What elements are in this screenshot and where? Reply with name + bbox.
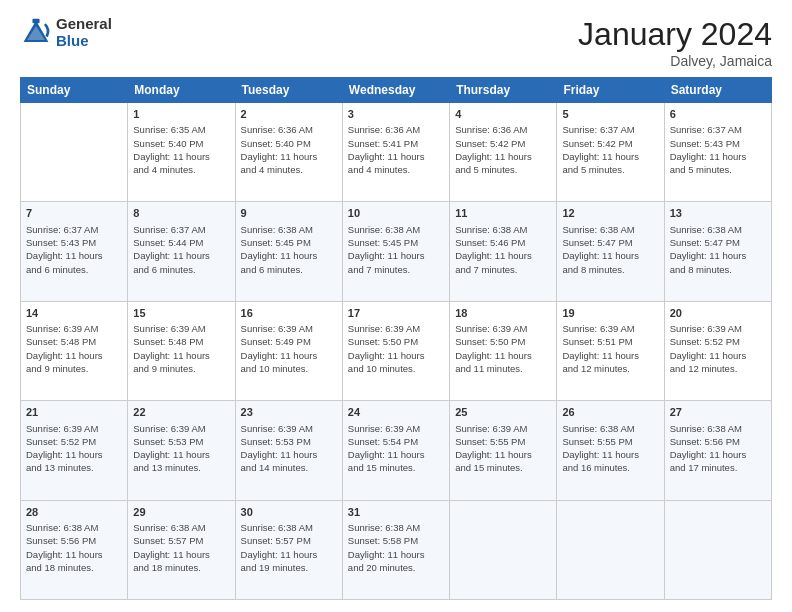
day-info-line: and 18 minutes. [133, 561, 229, 574]
day-info-line: Daylight: 11 hours [26, 249, 122, 262]
day-info-line: Sunset: 5:52 PM [26, 435, 122, 448]
day-info-line: Sunrise: 6:35 AM [133, 123, 229, 136]
day-info-line: Sunset: 5:49 PM [241, 335, 337, 348]
day-info-line: and 6 minutes. [26, 263, 122, 276]
day-info-line: Daylight: 11 hours [562, 249, 658, 262]
day-info-line: Sunrise: 6:39 AM [241, 422, 337, 435]
calendar-table: SundayMondayTuesdayWednesdayThursdayFrid… [20, 77, 772, 600]
day-info-line: Sunrise: 6:39 AM [26, 322, 122, 335]
day-info-line: Sunrise: 6:38 AM [241, 521, 337, 534]
day-info-line: Sunset: 5:43 PM [670, 137, 766, 150]
day-info-line: Sunrise: 6:38 AM [562, 223, 658, 236]
day-info-line: Sunrise: 6:39 AM [241, 322, 337, 335]
day-info-line: and 17 minutes. [670, 461, 766, 474]
calendar-week-row: 1Sunrise: 6:35 AMSunset: 5:40 PMDaylight… [21, 103, 772, 202]
day-info-line: Daylight: 11 hours [348, 448, 444, 461]
day-number: 25 [455, 405, 551, 420]
calendar-cell: 30Sunrise: 6:38 AMSunset: 5:57 PMDayligh… [235, 500, 342, 599]
day-info-line: Sunset: 5:55 PM [455, 435, 551, 448]
day-info-line: and 5 minutes. [455, 163, 551, 176]
day-info-line: Sunset: 5:54 PM [348, 435, 444, 448]
calendar-cell: 29Sunrise: 6:38 AMSunset: 5:57 PMDayligh… [128, 500, 235, 599]
calendar-cell: 13Sunrise: 6:38 AMSunset: 5:47 PMDayligh… [664, 202, 771, 301]
day-info-line: and 7 minutes. [455, 263, 551, 276]
day-info-line: and 10 minutes. [348, 362, 444, 375]
day-info-line: Sunrise: 6:38 AM [26, 521, 122, 534]
day-number: 2 [241, 107, 337, 122]
day-info-line: Sunrise: 6:38 AM [670, 422, 766, 435]
day-info-line: and 15 minutes. [348, 461, 444, 474]
weekday-sunday: Sunday [21, 78, 128, 103]
day-info-line: and 18 minutes. [26, 561, 122, 574]
day-info-line: Sunset: 5:47 PM [562, 236, 658, 249]
day-number: 21 [26, 405, 122, 420]
day-info-line: and 9 minutes. [26, 362, 122, 375]
day-info-line: Daylight: 11 hours [133, 448, 229, 461]
day-info-line: Daylight: 11 hours [670, 349, 766, 362]
day-info-line: and 7 minutes. [348, 263, 444, 276]
day-number: 14 [26, 306, 122, 321]
calendar-cell: 7Sunrise: 6:37 AMSunset: 5:43 PMDaylight… [21, 202, 128, 301]
day-info-line: Sunrise: 6:38 AM [133, 521, 229, 534]
day-info-line: Sunrise: 6:38 AM [670, 223, 766, 236]
weekday-friday: Friday [557, 78, 664, 103]
day-info-line: Daylight: 11 hours [241, 150, 337, 163]
day-info-line: Sunset: 5:52 PM [670, 335, 766, 348]
day-info-line: and 10 minutes. [241, 362, 337, 375]
calendar-cell: 12Sunrise: 6:38 AMSunset: 5:47 PMDayligh… [557, 202, 664, 301]
day-number: 10 [348, 206, 444, 221]
day-number: 3 [348, 107, 444, 122]
day-number: 18 [455, 306, 551, 321]
day-info-line: Sunset: 5:57 PM [241, 534, 337, 547]
day-number: 6 [670, 107, 766, 122]
calendar-cell: 10Sunrise: 6:38 AMSunset: 5:45 PMDayligh… [342, 202, 449, 301]
day-info-line: Daylight: 11 hours [348, 349, 444, 362]
day-info-line: Sunrise: 6:39 AM [455, 322, 551, 335]
day-number: 23 [241, 405, 337, 420]
calendar-cell: 16Sunrise: 6:39 AMSunset: 5:49 PMDayligh… [235, 301, 342, 400]
day-info-line: Sunset: 5:46 PM [455, 236, 551, 249]
month-title: January 2024 [578, 16, 772, 53]
day-info-line: Daylight: 11 hours [455, 150, 551, 163]
calendar-cell: 18Sunrise: 6:39 AMSunset: 5:50 PMDayligh… [450, 301, 557, 400]
calendar-cell: 11Sunrise: 6:38 AMSunset: 5:46 PMDayligh… [450, 202, 557, 301]
calendar-cell [664, 500, 771, 599]
calendar-cell: 25Sunrise: 6:39 AMSunset: 5:55 PMDayligh… [450, 401, 557, 500]
day-info-line: and 15 minutes. [455, 461, 551, 474]
day-info-line: Daylight: 11 hours [241, 249, 337, 262]
day-number: 11 [455, 206, 551, 221]
calendar-cell [21, 103, 128, 202]
day-info-line: Sunrise: 6:39 AM [133, 422, 229, 435]
day-info-line: and 5 minutes. [562, 163, 658, 176]
logo: General Blue [20, 16, 112, 49]
day-info-line: Daylight: 11 hours [455, 249, 551, 262]
weekday-monday: Monday [128, 78, 235, 103]
day-info-line: Sunrise: 6:38 AM [562, 422, 658, 435]
calendar-cell: 21Sunrise: 6:39 AMSunset: 5:52 PMDayligh… [21, 401, 128, 500]
calendar-cell: 24Sunrise: 6:39 AMSunset: 5:54 PMDayligh… [342, 401, 449, 500]
day-number: 31 [348, 505, 444, 520]
day-info-line: Sunset: 5:44 PM [133, 236, 229, 249]
svg-rect-2 [32, 18, 39, 22]
day-info-line: and 6 minutes. [241, 263, 337, 276]
day-info-line: Sunset: 5:50 PM [455, 335, 551, 348]
calendar-cell: 5Sunrise: 6:37 AMSunset: 5:42 PMDaylight… [557, 103, 664, 202]
header: General Blue January 2024 Dalvey, Jamaic… [20, 16, 772, 69]
day-info-line: Sunset: 5:41 PM [348, 137, 444, 150]
day-number: 24 [348, 405, 444, 420]
weekday-wednesday: Wednesday [342, 78, 449, 103]
weekday-tuesday: Tuesday [235, 78, 342, 103]
day-info-line: and 13 minutes. [26, 461, 122, 474]
day-number: 12 [562, 206, 658, 221]
day-info-line: Sunrise: 6:37 AM [670, 123, 766, 136]
day-info-line: Sunrise: 6:38 AM [348, 521, 444, 534]
calendar-cell: 9Sunrise: 6:38 AMSunset: 5:45 PMDaylight… [235, 202, 342, 301]
day-info-line: Sunrise: 6:39 AM [670, 322, 766, 335]
day-info-line: Sunrise: 6:38 AM [241, 223, 337, 236]
day-info-line: and 6 minutes. [133, 263, 229, 276]
calendar-week-row: 28Sunrise: 6:38 AMSunset: 5:56 PMDayligh… [21, 500, 772, 599]
day-info-line: Sunset: 5:45 PM [348, 236, 444, 249]
day-info-line: Daylight: 11 hours [348, 150, 444, 163]
day-number: 16 [241, 306, 337, 321]
day-number: 15 [133, 306, 229, 321]
